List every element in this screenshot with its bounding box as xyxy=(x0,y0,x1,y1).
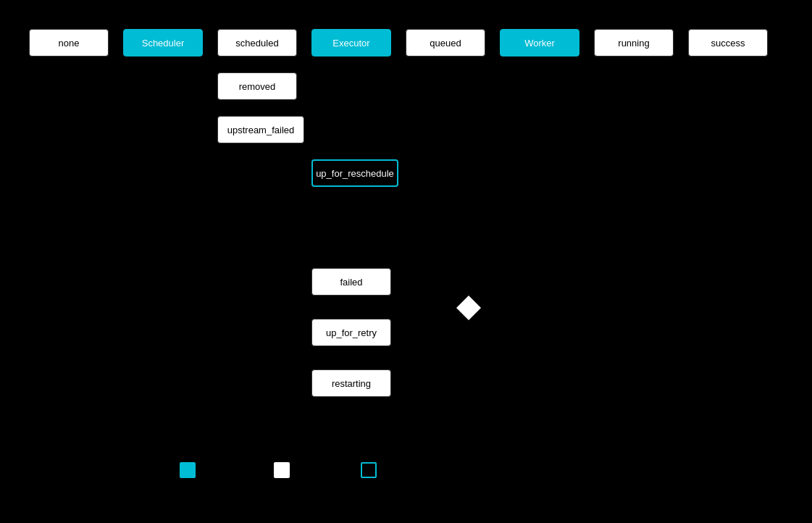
restarting-node[interactable]: restarting xyxy=(311,369,391,397)
legend-white-box xyxy=(274,462,290,478)
executor-node[interactable]: Executor xyxy=(311,29,391,57)
scheduled-node[interactable]: scheduled xyxy=(217,29,297,57)
legend-outlined-box xyxy=(361,462,377,478)
failed-node[interactable]: failed xyxy=(311,268,391,296)
upstream-failed-node[interactable]: upstream_failed xyxy=(217,116,304,143)
removed-node[interactable]: removed xyxy=(217,72,297,100)
success-node[interactable]: success xyxy=(688,29,768,57)
none-node[interactable]: none xyxy=(29,29,109,57)
running-node[interactable]: running xyxy=(594,29,674,57)
up-for-retry-node[interactable]: up_for_retry xyxy=(311,319,391,346)
diamond-shape xyxy=(456,296,481,320)
up-for-reschedule-node[interactable]: up_for_reschedule xyxy=(311,159,398,187)
scheduler-node[interactable]: Scheduler xyxy=(123,29,203,57)
legend-blue-box xyxy=(180,462,196,478)
queued-node[interactable]: queued xyxy=(406,29,485,57)
worker-node[interactable]: Worker xyxy=(500,29,579,57)
